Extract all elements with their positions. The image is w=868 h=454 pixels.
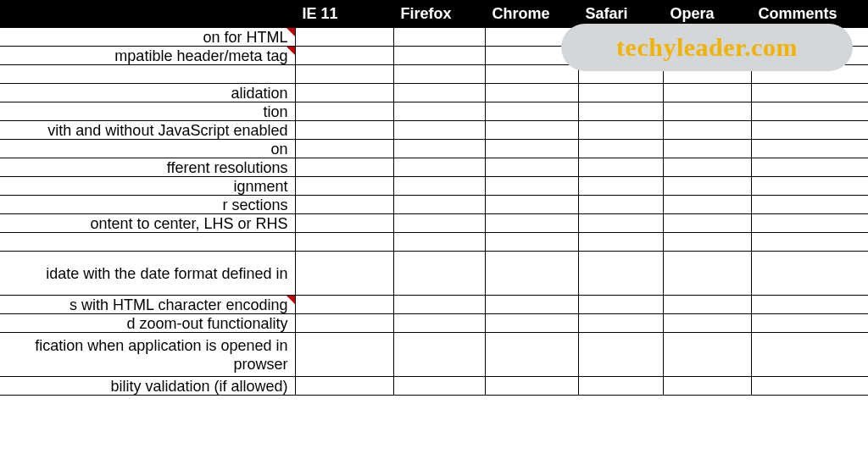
- cell-empty[interactable]: [485, 252, 578, 296]
- cell-empty[interactable]: [663, 314, 751, 333]
- cell-empty[interactable]: [393, 214, 485, 233]
- cell-empty[interactable]: [485, 333, 578, 377]
- cell-empty[interactable]: [578, 296, 663, 314]
- cell-empty[interactable]: [485, 47, 578, 65]
- cell-description[interactable]: on for HTML: [0, 28, 295, 47]
- cell-empty[interactable]: [485, 102, 578, 121]
- cell-empty[interactable]: [578, 314, 663, 333]
- cell-empty[interactable]: [578, 158, 663, 177]
- cell-empty[interactable]: [578, 47, 663, 65]
- cell-description[interactable]: ignment: [0, 177, 295, 196]
- cell-empty[interactable]: [751, 252, 868, 296]
- cell-empty[interactable]: [393, 296, 485, 314]
- cell-empty[interactable]: [295, 314, 393, 333]
- cell-empty[interactable]: [295, 177, 393, 196]
- cell-empty[interactable]: [663, 296, 751, 314]
- cell-description[interactable]: ontent to center, LHS or RHS: [0, 214, 295, 233]
- cell-empty[interactable]: [485, 28, 578, 47]
- cell-empty[interactable]: [578, 28, 663, 47]
- cell-empty[interactable]: [663, 252, 751, 296]
- cell-description[interactable]: [0, 65, 295, 84]
- cell-description[interactable]: alidation: [0, 84, 295, 102]
- cell-empty[interactable]: [295, 84, 393, 102]
- cell-empty[interactable]: [295, 121, 393, 140]
- cell-empty[interactable]: [751, 233, 868, 252]
- cell-empty[interactable]: [751, 214, 868, 233]
- cell-empty[interactable]: [295, 28, 393, 47]
- cell-empty[interactable]: [663, 214, 751, 233]
- cell-description[interactable]: fferent resolutions: [0, 158, 295, 177]
- cell-description[interactable]: fication when application is opened inpr…: [0, 333, 295, 377]
- cell-empty[interactable]: [663, 28, 751, 47]
- cell-empty[interactable]: [751, 84, 868, 102]
- cell-empty[interactable]: [578, 177, 663, 196]
- cell-empty[interactable]: [295, 140, 393, 158]
- cell-empty[interactable]: [663, 196, 751, 214]
- cell-empty[interactable]: [393, 252, 485, 296]
- cell-empty[interactable]: [485, 84, 578, 102]
- cell-empty[interactable]: [578, 65, 663, 84]
- cell-empty[interactable]: [663, 121, 751, 140]
- cell-empty[interactable]: [295, 252, 393, 296]
- cell-empty[interactable]: [578, 84, 663, 102]
- cell-empty[interactable]: [578, 233, 663, 252]
- cell-empty[interactable]: [295, 377, 393, 396]
- cell-empty[interactable]: [578, 333, 663, 377]
- cell-empty[interactable]: [485, 140, 578, 158]
- cell-empty[interactable]: [751, 177, 868, 196]
- cell-empty[interactable]: [393, 47, 485, 65]
- cell-empty[interactable]: [663, 140, 751, 158]
- cell-empty[interactable]: [295, 333, 393, 377]
- cell-empty[interactable]: [393, 377, 485, 396]
- cell-empty[interactable]: [578, 252, 663, 296]
- cell-empty[interactable]: [485, 158, 578, 177]
- cell-empty[interactable]: [295, 102, 393, 121]
- cell-empty[interactable]: [485, 196, 578, 214]
- cell-description[interactable]: bility validation (if allowed): [0, 377, 295, 396]
- cell-empty[interactable]: [663, 84, 751, 102]
- cell-description[interactable]: [0, 233, 295, 252]
- cell-empty[interactable]: [393, 314, 485, 333]
- cell-empty[interactable]: [295, 296, 393, 314]
- cell-empty[interactable]: [663, 102, 751, 121]
- cell-empty[interactable]: [663, 333, 751, 377]
- cell-empty[interactable]: [751, 296, 868, 314]
- cell-empty[interactable]: [485, 65, 578, 84]
- cell-empty[interactable]: [393, 196, 485, 214]
- cell-empty[interactable]: [751, 121, 868, 140]
- cell-empty[interactable]: [578, 377, 663, 396]
- cell-description[interactable]: vith and without JavaScript enabled: [0, 121, 295, 140]
- cell-empty[interactable]: [393, 121, 485, 140]
- cell-empty[interactable]: [485, 314, 578, 333]
- cell-empty[interactable]: [751, 333, 868, 377]
- cell-empty[interactable]: [751, 65, 868, 84]
- cell-empty[interactable]: [393, 333, 485, 377]
- cell-empty[interactable]: [393, 65, 485, 84]
- cell-empty[interactable]: [393, 102, 485, 121]
- cell-description[interactable]: on: [0, 140, 295, 158]
- cell-description[interactable]: r sections: [0, 196, 295, 214]
- cell-empty[interactable]: [578, 196, 663, 214]
- cell-empty[interactable]: [295, 214, 393, 233]
- cell-empty[interactable]: [295, 196, 393, 214]
- cell-empty[interactable]: [751, 140, 868, 158]
- cell-empty[interactable]: [751, 196, 868, 214]
- cell-empty[interactable]: [485, 177, 578, 196]
- cell-description[interactable]: d zoom-out functionality: [0, 314, 295, 333]
- cell-empty[interactable]: [751, 102, 868, 121]
- cell-empty[interactable]: [485, 233, 578, 252]
- cell-empty[interactable]: [663, 65, 751, 84]
- cell-empty[interactable]: [578, 102, 663, 121]
- cell-empty[interactable]: [393, 84, 485, 102]
- cell-empty[interactable]: [663, 158, 751, 177]
- cell-empty[interactable]: [393, 177, 485, 196]
- cell-empty[interactable]: [295, 65, 393, 84]
- cell-empty[interactable]: [663, 47, 751, 65]
- cell-empty[interactable]: [578, 121, 663, 140]
- cell-empty[interactable]: [393, 28, 485, 47]
- cell-empty[interactable]: [663, 177, 751, 196]
- cell-empty[interactable]: [751, 28, 868, 47]
- cell-empty[interactable]: [485, 121, 578, 140]
- cell-empty[interactable]: [485, 377, 578, 396]
- cell-empty[interactable]: [485, 296, 578, 314]
